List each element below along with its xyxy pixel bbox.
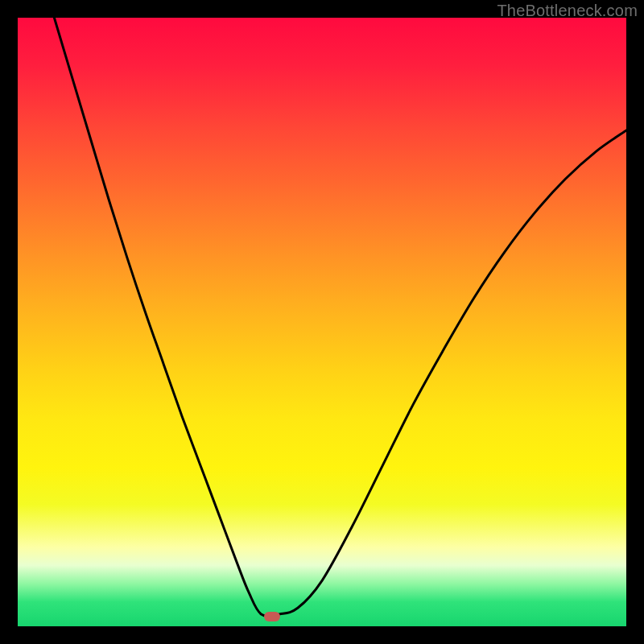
optimal-marker	[264, 612, 280, 621]
chart-frame: TheBottleneck.com	[0, 0, 644, 644]
gradient-plot-area	[18, 18, 626, 626]
watermark-text: TheBottleneck.com	[497, 2, 638, 20]
